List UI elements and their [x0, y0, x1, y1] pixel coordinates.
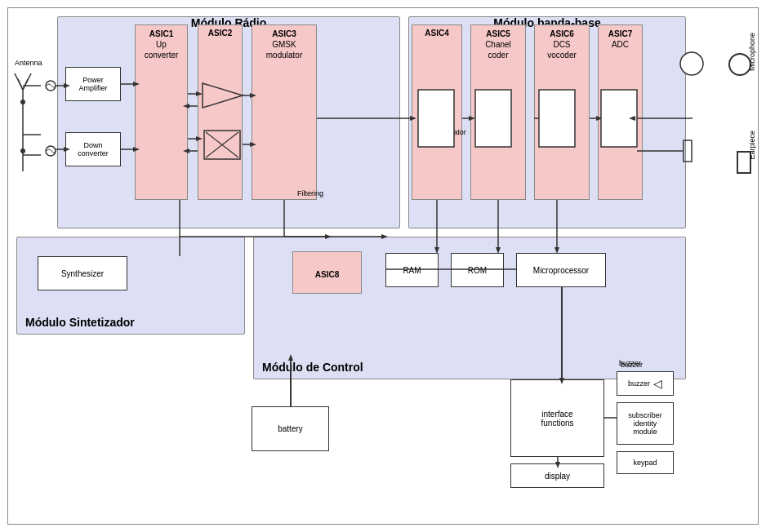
- module-sintetizador-title: Módulo Sintetizador: [25, 316, 135, 329]
- svg-line-2: [23, 73, 31, 90]
- down-converter-box: Downconverter: [65, 132, 121, 166]
- asic6-label: ASIC6DCSvocoder: [547, 29, 577, 60]
- display-label: display: [545, 472, 570, 481]
- interface-functions-label: interfacefunctions: [541, 410, 573, 428]
- microphone-label: Microphone: [748, 33, 756, 71]
- earpiece-label: Earpiece: [748, 131, 756, 160]
- down-converter-label: Downconverter: [78, 141, 109, 157]
- asic6-box: ASIC6DCSvocoder: [534, 24, 590, 200]
- asic3-label: ASIC3GMSKmodulator: [266, 29, 302, 60]
- buzzer-above-label: buzzer: [619, 359, 641, 367]
- main-diagram: Módulo Rádio Módulo banda-base Módulo Si…: [7, 7, 759, 525]
- display-box: display: [510, 463, 604, 488]
- asic2-label: ASIC2: [208, 29, 232, 38]
- power-amplifier-label: PowerAmplifier: [78, 76, 107, 92]
- battery-label: battery: [278, 424, 303, 433]
- asic7-box: ASIC7ADC: [598, 24, 643, 200]
- sim-box: subscriberidentitymodule: [617, 402, 674, 445]
- svg-line-1: [15, 73, 23, 90]
- sim-label: subscriberidentitymodule: [628, 411, 662, 436]
- microprocessor-label: Microprocessor: [533, 266, 589, 275]
- svg-point-11: [46, 81, 56, 91]
- asic7-label: ASIC7ADC: [608, 29, 632, 50]
- battery-box: battery: [252, 406, 329, 451]
- asic2-box: ASIC2: [198, 24, 243, 200]
- svg-line-3: [18, 79, 23, 90]
- svg-line-4: [23, 79, 28, 90]
- demodulator-label: Demodulator: [408, 128, 482, 136]
- microprocessor-box: Microprocessor: [516, 253, 606, 287]
- asic4-label: ASIC4: [425, 29, 448, 38]
- ram-box: RAM: [385, 253, 439, 287]
- power-amplifier-box: PowerAmplifier: [65, 67, 121, 101]
- asic1-label: ASIC1Upconverter: [145, 29, 179, 60]
- ram-label: RAM: [403, 266, 421, 275]
- asic3-box: ASIC3GMSKmodulator: [252, 24, 317, 200]
- asic5-label: ASIC5Chanelcoder: [485, 29, 511, 60]
- asic4-box: ASIC4: [412, 24, 462, 200]
- asic8-label: ASIC8: [315, 270, 339, 279]
- asic5-box: ASIC5Chanelcoder: [470, 24, 526, 200]
- asic8-box: ASIC8: [292, 251, 362, 294]
- svg-point-12: [46, 146, 56, 156]
- svg-point-8: [20, 100, 25, 104]
- module-control-title: Módulo de Control: [262, 361, 363, 374]
- interface-functions-box: interfacefunctions: [510, 379, 604, 457]
- keypad-label: keypad: [633, 459, 657, 467]
- rom-label: ROM: [468, 266, 487, 275]
- buzzer-box: buzzer ◁: [617, 371, 674, 396]
- asic1-box: ASIC1Upconverter: [135, 24, 188, 200]
- keypad-box: keypad: [617, 451, 674, 474]
- svg-point-9: [20, 149, 25, 153]
- filtering-label: Filtering: [278, 189, 343, 197]
- antenna-label: Antenna: [15, 59, 42, 67]
- buzzer-icon: ◁: [653, 377, 662, 390]
- rom-box: ROM: [451, 253, 504, 287]
- buzzer-label: buzzer: [628, 379, 650, 388]
- synthesizer-label: Synthesizer: [61, 269, 104, 278]
- synthesizer-box: Synthesizer: [38, 256, 127, 290]
